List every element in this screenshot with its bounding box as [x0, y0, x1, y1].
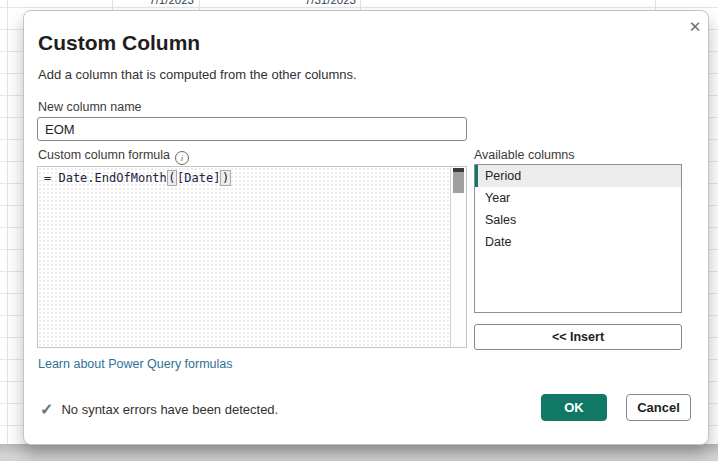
bracket-highlight-close: )	[220, 170, 230, 186]
formula-editor[interactable]: = Date.EndOfMonth([Date])	[37, 166, 467, 348]
syntax-status: ✓ No syntax errors have been detected.	[40, 399, 278, 419]
new-column-name-label: New column name	[38, 100, 142, 114]
check-icon: ✓	[40, 400, 53, 419]
new-column-name-input[interactable]	[37, 117, 467, 141]
dialog-subtitle: Add a column that is computed from the o…	[38, 67, 357, 82]
insert-button[interactable]: << Insert	[474, 324, 682, 350]
column-item-period[interactable]: Period	[475, 165, 681, 187]
ok-button[interactable]: OK	[541, 394, 607, 421]
bracket-highlight-open: (	[167, 170, 177, 186]
column-item-year[interactable]: Year	[475, 187, 681, 209]
formula-scrollbar-thumb[interactable]	[453, 168, 464, 193]
status-text: No syntax errors have been detected.	[61, 402, 278, 417]
custom-column-dialog: ✕ Custom Column Add a column that is com…	[23, 10, 709, 445]
close-icon[interactable]: ✕	[683, 15, 707, 39]
background-footer-strip	[0, 444, 718, 461]
background-table-cell: 7/1/2023	[124, 0, 194, 7]
page-title: Custom Column	[38, 31, 200, 55]
formula-label-text: Custom column formula	[38, 148, 170, 162]
column-item-sales[interactable]: Sales	[475, 209, 681, 231]
background-table-cell: 7/31/2023	[286, 0, 356, 7]
formula-code: = Date.EndOfMonth([Date])	[44, 170, 231, 186]
learn-formulas-link[interactable]: Learn about Power Query formulas	[38, 357, 233, 371]
info-icon[interactable]: i	[175, 151, 189, 165]
formula-scrollbar[interactable]	[450, 167, 466, 347]
formula-code-arg: [Date]	[177, 171, 220, 185]
column-item-date[interactable]: Date	[475, 231, 681, 253]
formula-label: Custom column formulai	[38, 148, 189, 165]
cancel-button[interactable]: Cancel	[626, 394, 691, 421]
screen: 7/1/2023 7/31/2023 ✕ Custom Column Add a…	[0, 0, 718, 461]
available-columns-label: Available columns	[474, 148, 575, 162]
available-columns-list: Period Year Sales Date	[474, 164, 682, 313]
formula-code-text: = Date.EndOfMonth	[44, 171, 167, 185]
